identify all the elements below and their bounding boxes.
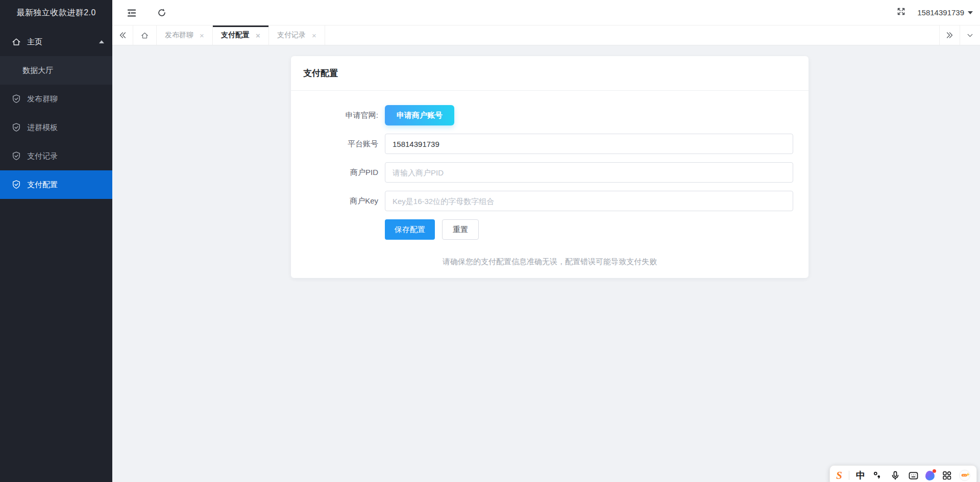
sidebar-item-label: 支付记录 [27,151,58,161]
sidebar-item-label: 主页 [27,37,42,47]
ime-assistant-icon[interactable] [925,471,935,480]
top-navbar: 15814391739 [112,0,980,26]
sidebar-item-label: 发布群聊 [27,94,58,104]
tabs-scroll-left-icon[interactable] [112,26,133,45]
keyboard-icon[interactable] [908,470,919,481]
punctuation-icon[interactable] [872,470,883,481]
apply-site-label: 申请官网: [291,111,378,120]
menu-fold-icon[interactable] [126,7,138,19]
sidebar-item-label: 数据大厅 [22,66,53,75]
shield-check-icon [11,151,21,161]
sidebar-item-label: 支付配置 [27,180,58,190]
merchant-pid-input[interactable] [385,162,793,183]
sidebar-item-group-template[interactable]: 进群模板 [0,113,112,142]
ime-toolbar: S 中 [829,465,977,482]
platform-account-label: 平台账号 [291,139,378,149]
form-row-merchant-pid: 商户PID [291,162,808,183]
ime-emoji-icon[interactable] [959,470,970,481]
shield-check-icon [11,180,21,190]
apply-merchant-account-button[interactable]: 申请商户账号 [385,105,454,125]
payment-config-card: 支付配置 申请官网: 申请商户账号 平台账号 商户PID 商户Key 保存配 [291,56,808,278]
app-title: 最新独立收款进群2.0 [0,0,112,26]
sidebar-item-publish-group[interactable]: 发布群聊 [0,85,112,113]
platform-account-input[interactable] [385,134,793,154]
ime-language-mode[interactable]: 中 [856,471,865,480]
tab-home-icon[interactable] [133,26,157,45]
sidebar-item-payment-records[interactable]: 支付记录 [0,142,112,170]
payment-config-form: 申请官网: 申请商户账号 平台账号 商户PID 商户Key 保存配置 重置 请确… [291,91,808,278]
tab-label: 支付记录 [277,31,306,40]
tab-publish-group[interactable]: 发布群聊 × [157,26,213,45]
fullscreen-icon[interactable] [896,7,906,18]
shield-check-icon [11,122,21,133]
home-icon [11,37,21,47]
close-icon[interactable]: × [312,32,316,39]
sidebar-item-label: 进群模板 [27,123,58,133]
sidebar-menu: 主页 数据大厅 发布群聊 进群模板 [0,28,112,199]
tabs-scroll-right-icon[interactable] [939,26,960,45]
sidebar: 最新独立收款进群2.0 主页 数据大厅 发布群聊 [0,0,112,482]
navbar-right-actions: 15814391739 [896,7,980,18]
tab-label: 发布群聊 [165,31,193,40]
refresh-icon[interactable] [156,7,168,19]
sidebar-item-data-hall[interactable]: 数据大厅 [0,56,112,85]
chevron-up-icon [99,40,104,43]
card-header: 支付配置 [291,56,808,91]
shield-check-icon [11,94,21,104]
save-config-button[interactable]: 保存配置 [385,219,435,240]
close-icon[interactable]: × [200,32,204,39]
tabs-menu-icon[interactable] [960,26,980,45]
main-content: 支付配置 申请官网: 申请商户账号 平台账号 商户PID 商户Key 保存配 [112,45,980,482]
form-row-actions: 保存配置 重置 [291,219,808,240]
form-row-merchant-key: 商户Key [291,191,808,211]
tab-payment-config[interactable]: 支付配置 × [213,26,269,45]
close-icon[interactable]: × [256,32,260,39]
tabbar-spacer [325,26,939,45]
reset-button[interactable]: 重置 [442,219,479,240]
sidebar-item-home[interactable]: 主页 [0,28,112,56]
tab-payment-records[interactable]: 支付记录 × [269,26,325,45]
tab-label: 支付配置 [221,31,250,40]
caret-down-icon [968,11,973,14]
merchant-key-input[interactable] [385,191,793,211]
form-row-apply: 申请官网: 申请商户账号 [291,105,808,125]
user-account-dropdown[interactable]: 15814391739 [917,8,973,17]
user-account-number: 15814391739 [917,8,964,17]
page-title: 支付配置 [303,67,338,79]
sidebar-item-payment-config[interactable]: 支付配置 [0,170,112,199]
merchant-pid-label: 商户PID [291,168,378,177]
form-row-platform-account: 平台账号 [291,134,808,154]
voice-input-icon[interactable] [890,470,901,481]
ime-apps-grid-icon[interactable] [941,470,952,481]
config-hint-text: 请确保您的支付配置信息准确无误，配置错误可能导致支付失败 [291,257,808,267]
ime-divider [849,471,849,480]
sogou-logo-icon[interactable]: S [836,470,842,481]
merchant-key-label: 商户Key [291,196,378,206]
tab-bar: 发布群聊 × 支付配置 × 支付记录 × [112,26,980,45]
